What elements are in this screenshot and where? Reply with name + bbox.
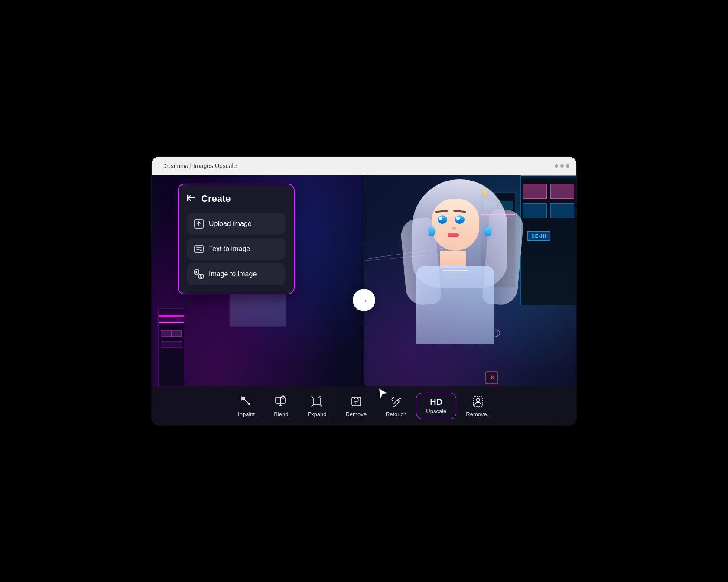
blend-icon — [274, 394, 288, 408]
sign: SE•HI — [527, 231, 550, 241]
hd-upscale-hd-text: HD — [430, 398, 442, 406]
menu-item-image-to-image[interactable]: Image to image — [187, 263, 285, 285]
toolbar-blend[interactable]: Blend — [264, 390, 298, 422]
eye-highlight-r — [456, 217, 460, 220]
dress-line-2 — [434, 275, 477, 275]
earring-l — [429, 227, 435, 236]
comparison-arrow-button[interactable]: → — [353, 289, 375, 311]
remove-icon — [349, 394, 363, 408]
toolbar-remove[interactable]: Remove — [336, 390, 376, 422]
expand-label: Expand — [307, 411, 326, 417]
svg-rect-12 — [276, 397, 280, 403]
toolbar-hd-upscale[interactable]: HD Upscale — [416, 393, 456, 419]
nose — [452, 227, 456, 230]
text-to-image-icon — [194, 244, 204, 254]
browser-title: Dreamina | Images Upscale — [159, 162, 555, 169]
neon-top — [521, 175, 576, 176]
bottom-toolbar: Inpaint Blend — [152, 386, 576, 425]
svg-rect-4 — [195, 246, 203, 252]
browser-titlebar: Dreamina | Images Upscale — [152, 157, 576, 175]
browser-window: Dreamina | Images Upscale — [152, 157, 576, 425]
menu-item-upload-image[interactable]: Upload image — [187, 213, 285, 235]
browser-dot-1 — [555, 164, 558, 168]
window-1 — [161, 330, 172, 337]
svg-point-8 — [200, 275, 202, 277]
remove-bg-label: Remove.. — [466, 411, 490, 417]
toolbar-inpaint[interactable]: Inpaint — [228, 390, 264, 422]
hair-star: ★ — [482, 188, 488, 196]
browser-dot-3 — [566, 164, 569, 168]
face-right — [432, 199, 479, 251]
text-to-image-label: Text to image — [209, 245, 250, 253]
browser-dots — [555, 164, 569, 168]
retouch-icon — [389, 394, 403, 408]
create-panel-header: Create — [187, 193, 285, 204]
dress-line — [442, 270, 468, 271]
svg-point-19 — [476, 398, 480, 402]
browser-content: SE•HI ✕ — [152, 175, 576, 425]
cheek-mark — [436, 225, 438, 228]
eye-r-l — [437, 215, 448, 224]
svg-point-7 — [196, 271, 197, 272]
toolbar-expand[interactable]: Expand — [298, 390, 336, 422]
character-right: ★ ☽ — [408, 184, 512, 365]
neon-line-2 — [159, 322, 184, 323]
blend-label: Blend — [274, 411, 288, 417]
earring-r — [485, 227, 491, 236]
upload-image-label: Upload image — [209, 220, 252, 228]
arrow-right-icon: → — [360, 295, 368, 305]
svg-rect-15 — [313, 398, 320, 405]
neon-line-1 — [159, 315, 184, 317]
building-left-1 — [158, 308, 184, 386]
window-2 — [171, 330, 182, 337]
upload-image-icon — [194, 219, 204, 229]
create-panel-title: Create — [201, 193, 231, 204]
window-r-3 — [523, 203, 547, 218]
x-mark: ✕ — [485, 371, 498, 384]
toolbar-retouch[interactable]: Retouch — [376, 390, 416, 422]
browser-dot-2 — [560, 164, 564, 168]
dress — [416, 266, 494, 344]
window-3 — [161, 341, 182, 348]
svg-point-17 — [399, 398, 401, 399]
svg-point-10 — [243, 398, 244, 399]
moon-accessory: ☽ — [491, 327, 501, 340]
remove-label: Remove — [345, 411, 366, 417]
image-to-image-label: Image to image — [209, 270, 257, 278]
window-r-4 — [550, 203, 574, 218]
create-panel: Create Upload image — [178, 184, 295, 294]
expand-icon — [310, 394, 324, 408]
toolbar-remove-bg[interactable]: Remove.. — [456, 390, 500, 422]
back-button[interactable] — [187, 194, 196, 204]
hd-upscale-label: Upscale — [426, 408, 446, 414]
inpaint-icon — [240, 394, 254, 408]
inpaint-label: Inpaint — [238, 411, 255, 417]
neck — [440, 251, 466, 268]
retouch-label: Retouch — [386, 411, 406, 417]
eye-highlight-l — [439, 217, 442, 220]
eye-r-r — [455, 215, 465, 224]
window-r-1 — [523, 184, 547, 199]
remove-bg-icon — [471, 394, 485, 408]
window-r-2 — [550, 184, 574, 199]
image-to-image-icon — [194, 269, 204, 279]
menu-item-text-to-image[interactable]: Text to image — [187, 238, 285, 260]
lips — [448, 233, 459, 237]
